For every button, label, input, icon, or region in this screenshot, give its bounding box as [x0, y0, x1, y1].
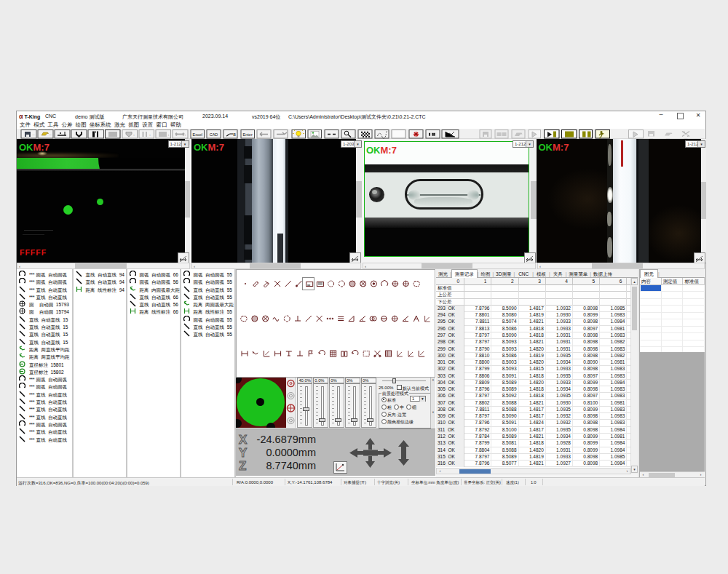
svg-text:↓: ↓	[133, 132, 135, 137]
svg-text:8.7740mm: 8.7740mm	[266, 460, 316, 471]
svg-text:0.0000mm: 0.0000mm	[266, 447, 316, 458]
svg-text:...: ...	[32, 132, 34, 136]
svg-text:...: ...	[49, 132, 51, 136]
svg-text:Enter: Enter	[243, 132, 253, 136]
svg-text:Y: Y	[239, 446, 248, 460]
svg-text:CAD: CAD	[210, 132, 218, 136]
svg-text:↓: ↓	[167, 132, 170, 137]
svg-text:-24.6879mm: -24.6879mm	[257, 434, 316, 445]
svg-text:↓: ↓	[184, 132, 186, 137]
svg-text:Z: Z	[239, 459, 246, 473]
svg-text:↓: ↓	[149, 132, 151, 137]
svg-text:Excel: Excel	[192, 132, 202, 136]
svg-text:B: B	[233, 132, 236, 136]
svg-text:X: X	[239, 433, 248, 447]
